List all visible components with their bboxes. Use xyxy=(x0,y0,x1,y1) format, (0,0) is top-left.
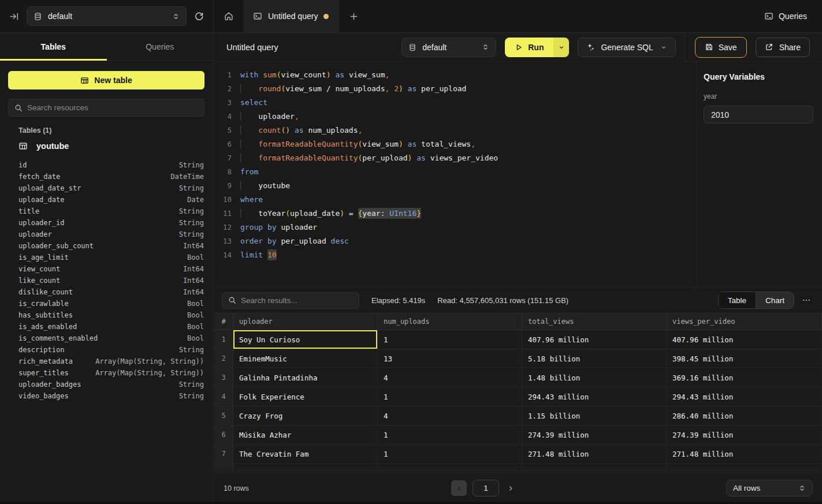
table-cell[interactable]: 407.96 million xyxy=(667,330,822,349)
toggle-chart[interactable]: Chart xyxy=(756,292,794,308)
table-cell[interactable]: 286.40 million xyxy=(667,406,822,425)
schema-field-row[interactable]: rich_metadataArray(Map(String, String)) xyxy=(0,356,213,367)
code-line[interactable]: 7 formatReadableQuantity(per_upload) as … xyxy=(214,151,696,165)
schema-field-row[interactable]: uploader_sub_countInt64 xyxy=(0,240,213,252)
table-cell[interactable]: 1 xyxy=(378,445,522,463)
tab-untitled-query[interactable]: Untitled query xyxy=(244,0,339,32)
schema-field-row[interactable]: descriptionString xyxy=(0,344,213,356)
queries-button[interactable]: Queries xyxy=(764,0,822,32)
table-cell[interactable]: EminemMusic xyxy=(233,349,378,368)
table-cell[interactable]: 398.45 million xyxy=(667,349,822,368)
schema-field-row[interactable]: dislike_countInt64 xyxy=(0,286,213,298)
table-cell[interactable]: Galinha Pintadinha xyxy=(233,368,378,387)
schema-field-row[interactable]: has_subtitlesBool xyxy=(0,309,213,321)
more-options-icon[interactable] xyxy=(802,296,811,305)
search-resources-input[interactable] xyxy=(27,103,198,112)
variable-year-input[interactable] xyxy=(704,106,813,124)
schema-field-row[interactable]: video_badgesString xyxy=(0,390,213,402)
previous-page-button[interactable] xyxy=(451,480,467,496)
new-tab-button[interactable] xyxy=(339,0,368,32)
code-line[interactable]: 11 toYear(upload_date) = {year: UInt16} xyxy=(214,206,696,220)
next-page-button[interactable] xyxy=(505,485,516,492)
row-number[interactable]: 6 xyxy=(214,425,233,444)
row-number[interactable]: 1 xyxy=(214,330,233,349)
new-table-button[interactable]: New table xyxy=(8,71,204,89)
schema-field-row[interactable]: is_ads_enabledBool xyxy=(0,321,213,333)
schema-field-row[interactable]: fetch_dateDateTime xyxy=(0,171,213,182)
row-number[interactable]: 5 xyxy=(214,406,233,425)
code-line[interactable]: 10where xyxy=(214,192,696,206)
run-options-button[interactable] xyxy=(553,38,569,57)
table-cell[interactable]: 294.43 million xyxy=(667,387,822,406)
table-cell[interactable]: 4 xyxy=(378,368,522,387)
code-line[interactable]: 9 youtube xyxy=(214,178,696,192)
home-button[interactable] xyxy=(214,0,244,32)
schema-field-row[interactable]: uploader_idString xyxy=(0,217,213,229)
collapse-sidebar-icon[interactable] xyxy=(9,12,19,21)
save-button[interactable]: Save xyxy=(695,37,747,58)
refresh-icon[interactable] xyxy=(194,12,204,21)
table-cell[interactable]: 294.43 million xyxy=(522,387,667,406)
code-line[interactable]: 4 uploader, xyxy=(214,109,696,123)
schema-field-row[interactable]: is_crawlableBool xyxy=(0,298,213,309)
schema-field-row[interactable]: uploader_badgesString xyxy=(0,379,213,390)
table-cell[interactable]: 1.15 billion xyxy=(522,406,667,425)
schema-field-row[interactable]: idString xyxy=(0,159,213,171)
code-line[interactable]: 1with sum(view_count) as view_sum, xyxy=(214,68,696,81)
sidebar-tab-tables[interactable]: Tables xyxy=(0,33,107,60)
schema-field-row[interactable]: is_comments_enabledBool xyxy=(0,333,213,344)
table-cell[interactable]: 407.96 million xyxy=(522,330,667,349)
table-cell[interactable]: 274.39 million xyxy=(522,425,667,444)
table-cell[interactable]: 1 xyxy=(378,330,522,349)
row-number[interactable]: 3 xyxy=(214,368,233,387)
page-number-input[interactable] xyxy=(473,480,499,496)
table-cell[interactable]: 5.18 billion xyxy=(522,349,667,368)
table-cell[interactable]: 1 xyxy=(378,425,522,444)
table-cell[interactable]: 4 xyxy=(378,406,522,425)
generate-sql-button[interactable]: Generate SQL xyxy=(578,38,675,57)
schema-field-row[interactable]: is_age_limitBool xyxy=(0,252,213,263)
code-line[interactable]: 6 formatReadableQuantity(view_sum) as to… xyxy=(214,137,696,151)
column-header-num_uploads[interactable]: num_uploads xyxy=(378,313,522,330)
query-database-selector[interactable]: default xyxy=(401,38,496,57)
column-header-views_per_video[interactable]: views_per_video xyxy=(667,313,822,330)
toggle-table[interactable]: Table xyxy=(719,292,756,308)
row-number[interactable]: 2 xyxy=(214,349,233,368)
code-line[interactable]: 2 round(view_sum / num_uploads, 2) as pe… xyxy=(214,81,696,95)
code-line[interactable]: 8from xyxy=(214,165,696,178)
sql-editor[interactable]: 1with sum(view_count) as view_sum,2 roun… xyxy=(214,62,696,287)
column-header-uploader[interactable]: uploader xyxy=(233,313,378,330)
table-cell[interactable]: Folk Experience xyxy=(233,387,378,406)
run-button[interactable]: Run xyxy=(505,38,553,57)
table-cell[interactable]: 274.39 million xyxy=(667,425,822,444)
row-number[interactable]: 4 xyxy=(214,387,233,406)
schema-field-row[interactable]: super_titlesArray(Map(String, String)) xyxy=(0,367,213,379)
table-cell[interactable]: 13 xyxy=(378,349,522,368)
page-size-selector[interactable]: All rows xyxy=(726,480,813,496)
table-cell[interactable]: 369.16 million xyxy=(667,368,822,387)
table-cell[interactable]: 1 xyxy=(378,387,522,406)
schema-field-row[interactable]: upload_dateDate xyxy=(0,194,213,206)
table-cell[interactable]: 271.48 million xyxy=(667,445,822,463)
database-selector[interactable]: default xyxy=(27,6,187,26)
schema-field-row[interactable]: titleString xyxy=(0,206,213,217)
code-line[interactable]: 12group by uploader xyxy=(214,220,696,234)
table-cell[interactable]: Crazy Frog xyxy=(233,406,378,425)
sidebar-tab-queries[interactable]: Queries xyxy=(107,33,214,60)
code-line[interactable]: 5 count() as num_uploads, xyxy=(214,123,696,137)
table-cell[interactable]: 1.48 billion xyxy=(522,368,667,387)
column-header-total_views[interactable]: total_views xyxy=(522,313,667,330)
search-results-input[interactable] xyxy=(241,296,353,305)
table-cell[interactable]: Músika Azhar xyxy=(233,425,378,444)
sidebar-table-youtube[interactable]: youtube xyxy=(18,141,69,151)
row-number[interactable]: 7 xyxy=(214,445,233,463)
code-line[interactable]: 13order by per_upload desc xyxy=(214,234,696,248)
table-cell[interactable]: The Crevatin Fam xyxy=(233,445,378,463)
schema-field-row[interactable]: like_countInt64 xyxy=(0,275,213,286)
schema-field-row[interactable]: view_countInt64 xyxy=(0,263,213,275)
table-cell[interactable]: Soy Un Curioso xyxy=(233,330,378,349)
schema-field-row[interactable]: uploaderString xyxy=(0,229,213,240)
schema-field-row[interactable]: upload_date_strString xyxy=(0,182,213,194)
code-line[interactable]: 14limit 10 xyxy=(214,248,696,262)
code-line[interactable]: 3select xyxy=(214,95,696,109)
